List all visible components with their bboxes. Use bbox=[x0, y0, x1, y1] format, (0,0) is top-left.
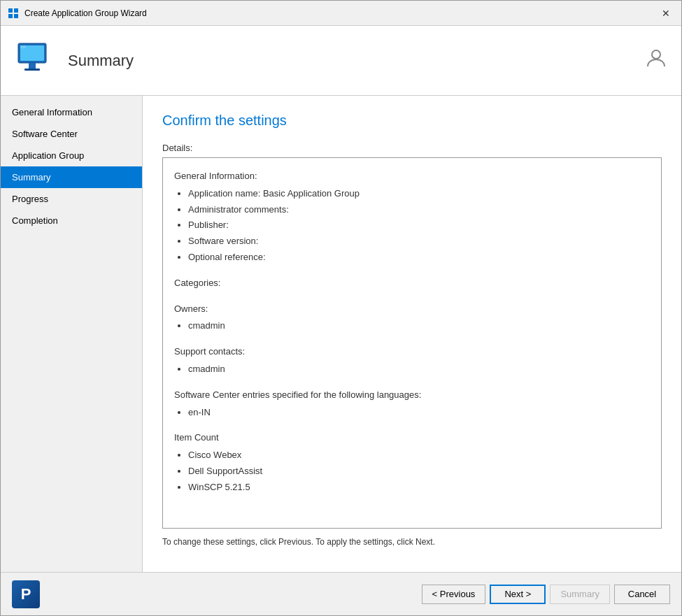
title-bar: Create Application Group Wizard ✕ bbox=[1, 1, 681, 26]
svg-rect-1 bbox=[14, 8, 18, 13]
list-item: Optional reference: bbox=[188, 250, 650, 265]
sidebar-item-progress[interactable]: Progress bbox=[1, 188, 142, 210]
bottom-bar: P < Previous Next > Summary Cancel bbox=[1, 572, 681, 615]
item-count-section: Item Count Cisco Webex Dell SupportAssis… bbox=[174, 431, 650, 494]
wizard-window: Create Application Group Wizard ✕ Summar… bbox=[0, 0, 682, 616]
sidebar-item-completion[interactable]: Completion bbox=[1, 210, 142, 231]
list-item: Software version: bbox=[188, 234, 650, 249]
svg-rect-3 bbox=[14, 14, 18, 18]
categories-title: Categories: bbox=[174, 276, 650, 291]
bottom-left: P bbox=[12, 580, 40, 608]
svg-rect-7 bbox=[24, 69, 40, 71]
list-item: Dell SupportAssist bbox=[188, 464, 650, 479]
sidebar-item-general-information[interactable]: General Information bbox=[1, 101, 142, 123]
sidebar-item-application-group[interactable]: Application Group bbox=[1, 145, 142, 166]
content-area: General Information Software Center Appl… bbox=[1, 96, 681, 572]
sidebar-item-software-center[interactable]: Software Center bbox=[1, 123, 142, 145]
support-contacts-list: cmadmin bbox=[174, 362, 650, 377]
header-left: Summary bbox=[15, 40, 134, 82]
list-item: Application name: Basic Application Grou… bbox=[188, 187, 650, 201]
list-item: Administrator comments: bbox=[188, 203, 650, 217]
svg-point-9 bbox=[652, 50, 660, 59]
owners-section: Owners: cmadmin bbox=[174, 302, 650, 334]
cancel-button[interactable]: Cancel bbox=[614, 585, 670, 604]
list-item: cmadmin bbox=[188, 319, 650, 334]
summary-button[interactable]: Summary bbox=[550, 585, 610, 604]
sidebar-item-summary[interactable]: Summary bbox=[1, 166, 142, 188]
header-area: Summary bbox=[1, 26, 681, 96]
section-title: Confirm the settings bbox=[162, 113, 662, 129]
bottom-buttons: < Previous Next > Summary Cancel bbox=[422, 585, 670, 604]
general-information-section: General Information: Application name: B… bbox=[174, 169, 650, 265]
footer-hint: To change these settings, click Previous… bbox=[162, 537, 662, 547]
categories-section: Categories: bbox=[174, 276, 650, 291]
list-item: WinSCP 5.21.5 bbox=[188, 480, 650, 495]
svg-rect-8 bbox=[20, 45, 26, 48]
svg-rect-6 bbox=[29, 63, 36, 69]
details-box: General Information: Application name: B… bbox=[162, 157, 662, 529]
owners-title: Owners: bbox=[174, 302, 650, 317]
item-count-title: Item Count bbox=[174, 431, 650, 445]
title-bar-left: Create Application Group Wizard bbox=[8, 8, 147, 19]
details-label: Details: bbox=[162, 143, 662, 153]
header-title: Summary bbox=[68, 52, 134, 70]
main-content: Confirm the settings Details: General In… bbox=[143, 96, 681, 572]
support-contacts-section: Support contacts: cmadmin bbox=[174, 345, 650, 377]
owners-list: cmadmin bbox=[174, 319, 650, 334]
window-icon bbox=[8, 8, 19, 19]
sidebar: General Information Software Center Appl… bbox=[1, 96, 143, 572]
next-button[interactable]: Next > bbox=[490, 585, 546, 604]
software-center-title: Software Center entries specified for th… bbox=[174, 388, 650, 403]
list-item: Cisco Webex bbox=[188, 448, 650, 463]
general-information-list: Application name: Basic Application Grou… bbox=[174, 187, 650, 265]
list-item: en-IN bbox=[188, 406, 650, 420]
list-item: Publisher: bbox=[188, 218, 650, 233]
svg-rect-2 bbox=[8, 14, 13, 18]
software-center-section: Software Center entries specified for th… bbox=[174, 388, 650, 420]
computer-icon bbox=[15, 40, 57, 82]
list-item: cmadmin bbox=[188, 362, 650, 377]
svg-rect-0 bbox=[8, 8, 13, 13]
p-logo: P bbox=[12, 580, 40, 608]
item-count-list: Cisco Webex Dell SupportAssist WinSCP 5.… bbox=[174, 448, 650, 494]
general-information-title: General Information: bbox=[174, 169, 650, 184]
person-icon bbox=[645, 47, 667, 74]
window-title: Create Application Group Wizard bbox=[24, 8, 147, 18]
support-contacts-title: Support contacts: bbox=[174, 345, 650, 359]
software-center-list: en-IN bbox=[174, 406, 650, 420]
close-button[interactable]: ✕ bbox=[658, 6, 674, 20]
previous-button[interactable]: < Previous bbox=[422, 585, 486, 604]
